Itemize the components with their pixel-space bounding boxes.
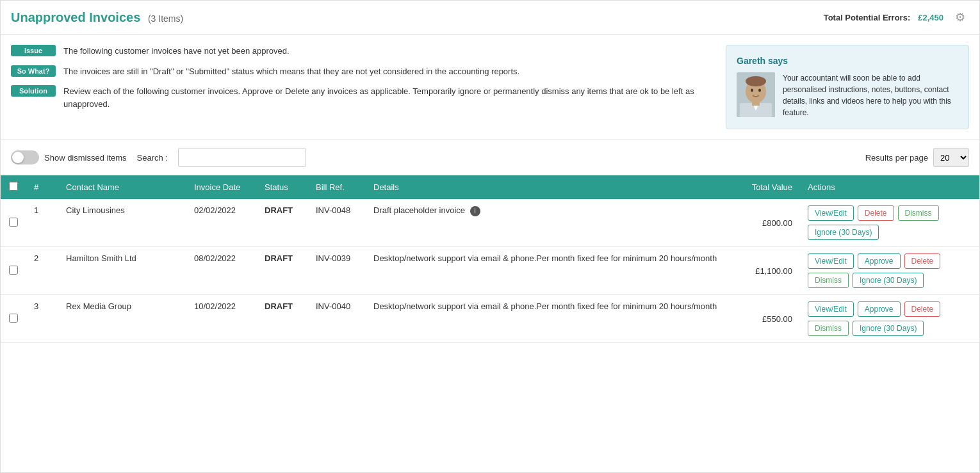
row-2-billref: INV-0039 bbox=[308, 247, 366, 295]
row-1-status: DRAFT bbox=[257, 199, 308, 247]
svg-point-7 bbox=[758, 89, 761, 92]
info-text-solution: Review each of the following customer in… bbox=[63, 85, 713, 110]
info-row-issue: Issue The following customer invoices ha… bbox=[11, 45, 713, 58]
row-checkbox-cell bbox=[1, 199, 26, 247]
controls-bar: Show dismissed items Search : Results pe… bbox=[1, 140, 979, 175]
row-3-actions-cell: View/Edit Approve Delete Dismiss Ignore … bbox=[808, 301, 972, 336]
title-area: Unapproved Invoices (3 Items) bbox=[11, 10, 183, 25]
row-3-contact: Rex Media Group bbox=[58, 295, 186, 343]
row-1-checkbox[interactable] bbox=[9, 218, 18, 227]
row-2-ignore-button[interactable]: Ignore (30 Days) bbox=[853, 273, 924, 288]
row-2-status: DRAFT bbox=[257, 247, 308, 295]
row-2-checkbox[interactable] bbox=[9, 266, 18, 275]
row-3-billref: INV-0040 bbox=[308, 295, 366, 343]
row-3-delete-button[interactable]: Delete bbox=[904, 301, 941, 317]
info-text-issue: The following customer invoices have not… bbox=[63, 45, 290, 58]
total-errors-label: Total Potential Errors: bbox=[824, 13, 911, 22]
row-1-actions-cell: View/Edit Delete Dismiss Ignore (30 Days… bbox=[808, 205, 972, 240]
gareth-avatar bbox=[737, 72, 775, 117]
row-1-dismiss-button[interactable]: Dismiss bbox=[898, 205, 939, 221]
search-input[interactable] bbox=[178, 148, 306, 167]
row-1-num: 1 bbox=[26, 199, 58, 247]
row-1-delete-button[interactable]: Delete bbox=[858, 205, 894, 221]
page-title: Unapproved Invoices bbox=[11, 10, 140, 24]
search-label: Search : bbox=[137, 153, 168, 163]
info-icon-row1[interactable]: i bbox=[470, 206, 480, 216]
col-header-checkbox bbox=[1, 175, 26, 199]
col-header-actions: Actions bbox=[800, 175, 979, 199]
table-row: 2 Hamilton Smith Ltd 08/02/2022 DRAFT IN… bbox=[1, 247, 979, 295]
invoices-table-wrapper: # Contact Name Invoice Date Status Bill … bbox=[1, 175, 979, 343]
row-1-billref: INV-0048 bbox=[308, 199, 366, 247]
svg-point-5 bbox=[746, 76, 766, 86]
info-text-sowhat: The invoices are still in "Draft" or "Su… bbox=[63, 65, 519, 78]
col-header-contact: Contact Name bbox=[58, 175, 186, 199]
row-1-ignore-button[interactable]: Ignore (30 Days) bbox=[808, 225, 879, 240]
badge-issue: Issue bbox=[11, 45, 56, 56]
toggle-label: Show dismissed items bbox=[44, 153, 127, 163]
invoices-table: # Contact Name Invoice Date Status Bill … bbox=[1, 175, 979, 343]
row-2-delete-button[interactable]: Delete bbox=[904, 253, 941, 269]
row-2-contact: Hamilton Smith Ltd bbox=[58, 247, 186, 295]
total-errors-value: £2,450 bbox=[918, 13, 943, 22]
toggle-wrapper: Show dismissed items bbox=[11, 150, 127, 164]
page-wrapper: Unapproved Invoices (3 Items) Total Pote… bbox=[0, 0, 980, 473]
info-row-solution: Solution Review each of the following cu… bbox=[11, 85, 713, 110]
gear-icon[interactable]: ⚙ bbox=[951, 8, 969, 26]
row-1-actions: View/Edit Delete Dismiss Ignore (30 Days… bbox=[800, 199, 979, 247]
row-3-dismiss-button[interactable]: Dismiss bbox=[808, 321, 849, 336]
row-3-num: 3 bbox=[26, 295, 58, 343]
col-header-details: Details bbox=[366, 175, 736, 199]
row-3-actions: View/Edit Approve Delete Dismiss Ignore … bbox=[800, 295, 979, 343]
row-2-approve-button[interactable]: Approve bbox=[858, 253, 901, 269]
col-header-status: Status bbox=[257, 175, 308, 199]
col-header-billref: Bill Ref. bbox=[308, 175, 366, 199]
row-2-details: Desktop/network support via email & phon… bbox=[366, 247, 736, 295]
gareth-header: Gareth says bbox=[737, 56, 958, 66]
row-3-view-edit-button[interactable]: View/Edit bbox=[808, 301, 854, 317]
header-right: Total Potential Errors: £2,450 ⚙ bbox=[824, 8, 969, 26]
row-2-date: 08/02/2022 bbox=[186, 247, 257, 295]
info-section: Issue The following customer invoices ha… bbox=[1, 35, 979, 140]
row-2-actions-cell: View/Edit Approve Delete Dismiss Ignore … bbox=[808, 253, 972, 288]
page-title-count: (3 Items) bbox=[148, 13, 183, 24]
gareth-message: Your accountant will soon be able to add… bbox=[783, 72, 958, 118]
gareth-avatar-image bbox=[737, 72, 775, 117]
badge-solution: Solution bbox=[11, 85, 56, 97]
row-2-view-edit-button[interactable]: View/Edit bbox=[808, 253, 854, 269]
show-dismissed-toggle[interactable] bbox=[11, 150, 39, 164]
controls-right: Results per page 10 20 50 100 bbox=[865, 148, 969, 167]
row-2-total: £1,100.00 bbox=[736, 247, 800, 295]
svg-point-6 bbox=[751, 89, 753, 92]
row-1-contact: City Limousines bbox=[58, 199, 186, 247]
table-row: 1 City Limousines 02/02/2022 DRAFT INV-0… bbox=[1, 199, 979, 247]
col-header-date: Invoice Date bbox=[186, 175, 257, 199]
results-per-page-label: Results per page bbox=[865, 153, 928, 163]
badge-sowhat: So What? bbox=[11, 65, 56, 77]
select-all-checkbox[interactable] bbox=[9, 182, 18, 191]
row-1-total: £800.00 bbox=[736, 199, 800, 247]
col-header-total: Total Value bbox=[736, 175, 800, 199]
controls-left: Show dismissed items Search : bbox=[11, 148, 306, 167]
info-right: Gareth says bbox=[726, 45, 969, 129]
gareth-content: Your accountant will soon be able to add… bbox=[737, 72, 958, 118]
row-3-total: £550.00 bbox=[736, 295, 800, 343]
info-left: Issue The following customer invoices ha… bbox=[11, 45, 726, 129]
row-3-approve-button[interactable]: Approve bbox=[858, 301, 901, 317]
row-1-view-edit-button[interactable]: View/Edit bbox=[808, 205, 854, 221]
row-checkbox-cell bbox=[1, 247, 26, 295]
row-2-dismiss-button[interactable]: Dismiss bbox=[808, 273, 849, 288]
row-checkbox-cell bbox=[1, 295, 26, 343]
row-3-status: DRAFT bbox=[257, 295, 308, 343]
row-3-ignore-button[interactable]: Ignore (30 Days) bbox=[853, 321, 924, 336]
row-3-details: Desktop/network support via email & phon… bbox=[366, 295, 736, 343]
page-header: Unapproved Invoices (3 Items) Total Pote… bbox=[1, 1, 979, 35]
row-2-num: 2 bbox=[26, 247, 58, 295]
row-1-details: Draft placeholder invoice i bbox=[366, 199, 736, 247]
row-3-date: 10/02/2022 bbox=[186, 295, 257, 343]
row-1-date: 02/02/2022 bbox=[186, 199, 257, 247]
row-3-checkbox[interactable] bbox=[9, 314, 18, 323]
info-row-sowhat: So What? The invoices are still in "Draf… bbox=[11, 65, 713, 78]
table-row: 3 Rex Media Group 10/02/2022 DRAFT INV-0… bbox=[1, 295, 979, 343]
results-per-page-select[interactable]: 10 20 50 100 bbox=[933, 148, 969, 167]
